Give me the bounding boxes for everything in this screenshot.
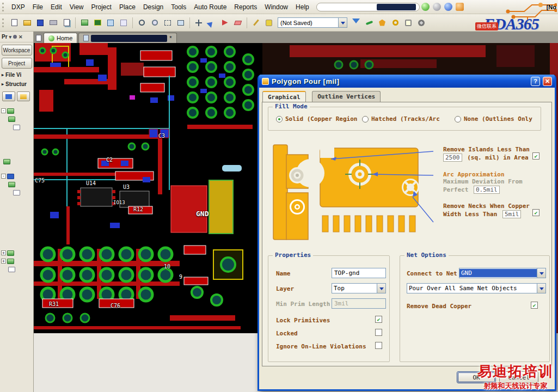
ignore-violations-checkbox[interactable] [375,342,382,349]
layer-combo[interactable]: Top [332,283,386,293]
tree-item[interactable]: + [1,257,32,265]
eraser-icon[interactable] [232,17,244,29]
menu-design[interactable]: Design [139,2,167,13]
panel-close-icon[interactable]: ✕ [19,34,23,40]
tree-item[interactable] [1,123,32,131]
zoom-area-icon[interactable] [162,17,174,29]
open-project-icon[interactable] [78,17,90,29]
gear-icon[interactable] [433,3,441,11]
main-toolbar: (Not Saved) [0,14,558,32]
project-button[interactable]: Project [2,58,32,69]
arc-deviation-field[interactable]: 0.5mil [474,186,500,194]
menu-project[interactable]: Project [88,2,115,13]
menu-view[interactable]: View [66,2,88,13]
document-selector-arrow[interactable] [338,18,347,27]
panel-dropdown-icon[interactable]: ▾ [9,34,12,40]
options-gear-icon[interactable] [415,17,427,29]
remove-necks-checkbox[interactable]: ✔ [532,209,539,216]
radio-hatched[interactable]: Hatched (Tracks/Arc [362,115,440,122]
crosshair-icon[interactable] [193,17,205,29]
info-icon[interactable] [444,3,452,11]
documents-list-icon[interactable] [36,35,41,41]
file-view-section[interactable]: ▸ File Vi [0,69,33,78]
tree-item[interactable] [1,157,32,166]
panel-view-button[interactable] [2,91,15,101]
dialog-titlebar[interactable]: Polygon Pour [mil] ? ✕ [259,75,555,88]
menu-edit[interactable]: Edit [47,2,66,13]
library-icon[interactable] [105,17,116,29]
print-preview-icon[interactable] [60,17,72,29]
locked-checkbox[interactable] [375,329,382,336]
lock-primitives-checkbox[interactable]: ✔ [375,316,382,323]
tree-item[interactable] [1,180,32,188]
panel-pin-icon[interactable] [13,35,17,39]
menu-file[interactable]: File [29,2,47,13]
remove-dead-copper-checkbox[interactable]: ✔ [531,302,538,309]
move-icon[interactable] [206,17,218,29]
menu-reports[interactable]: Reports [230,2,261,13]
dialog-close-button[interactable]: ✕ [543,77,552,86]
panel-filter-button[interactable] [17,91,30,101]
inspector-icon[interactable] [263,17,275,29]
pcb-board-icon[interactable] [91,17,103,29]
toolbar-grip-2[interactable] [2,19,5,27]
tab-graphical[interactable]: Graphical [262,91,306,102]
tree-item[interactable]: + [1,249,32,257]
name-field[interactable]: TOP-gnd [332,268,386,278]
zoom-fit-icon[interactable] [175,17,187,29]
pour-over-combo-arrow[interactable] [537,284,545,293]
dialog-help-button[interactable]: ? [531,77,540,86]
run-icon[interactable] [421,3,430,11]
collapse-box-icon[interactable]: - [1,108,6,113]
save-icon[interactable] [34,17,46,29]
remove-islands-checkbox[interactable]: ✔ [532,152,539,160]
menu-place[interactable]: Place [115,2,139,13]
new-document-icon[interactable] [8,17,20,29]
menu-auto-route[interactable]: Auto Route [190,2,230,13]
zoom-in-icon[interactable] [136,17,148,29]
via-icon[interactable] [389,17,401,29]
browse-icon[interactable] [118,17,130,29]
tree-item[interactable] [1,265,32,273]
menu-tools[interactable]: Tools [167,2,190,13]
workspace-button[interactable]: Workspace [2,45,32,56]
menu-help[interactable]: Help [292,2,313,13]
tab-home[interactable]: Home [44,33,77,43]
connect-net-combo-arrow[interactable] [537,268,545,278]
radio-button-selected[interactable] [276,116,283,122]
favorite-icon[interactable] [456,3,464,11]
collapse-box-icon[interactable]: - [1,174,6,179]
cutter-icon[interactable] [219,17,231,29]
toolbar-grip[interactable] [2,3,5,11]
menu-window[interactable]: Window [261,2,292,13]
radio-button[interactable] [455,116,461,122]
filter-icon[interactable] [350,17,362,29]
radio-solid[interactable]: Solid (Copper Region [276,115,357,122]
print-icon[interactable] [47,17,59,29]
necks-width-field[interactable]: 5mil [502,210,522,218]
structure-section[interactable]: ▸ Structur [0,78,33,87]
expand-box-icon[interactable]: + [1,250,6,255]
tree-item-selected[interactable]: - [1,172,32,180]
rule-check-icon[interactable] [363,17,375,29]
command-input[interactable] [316,3,420,11]
expand-box-icon[interactable]: + [1,259,6,264]
tab-outline-vertices[interactable]: Outline Vertices [312,91,381,102]
pour-over-combo[interactable]: Pour Over All Same Net Objects [407,283,546,293]
zoom-out-icon[interactable] [149,17,161,29]
tab-pcb-document[interactable]: * [78,33,176,43]
islands-area-field[interactable]: 2500 [443,154,462,162]
tree-item[interactable]: - [1,107,32,115]
menu-dxp[interactable]: DXP [8,2,29,13]
open-document-icon[interactable] [21,17,33,29]
connect-net-combo[interactable]: GND [459,268,546,278]
radio-none[interactable]: None (Outlines Only [455,115,532,122]
radio-button[interactable] [362,116,369,122]
document-selector[interactable]: (Not Saved) [278,17,347,28]
pencil-icon[interactable] [250,17,262,29]
polygon-icon[interactable] [376,17,388,29]
net-icon[interactable] [402,17,414,29]
tree-item[interactable] [1,115,32,123]
tree-item[interactable] [1,188,32,197]
layer-combo-arrow[interactable] [377,284,385,293]
